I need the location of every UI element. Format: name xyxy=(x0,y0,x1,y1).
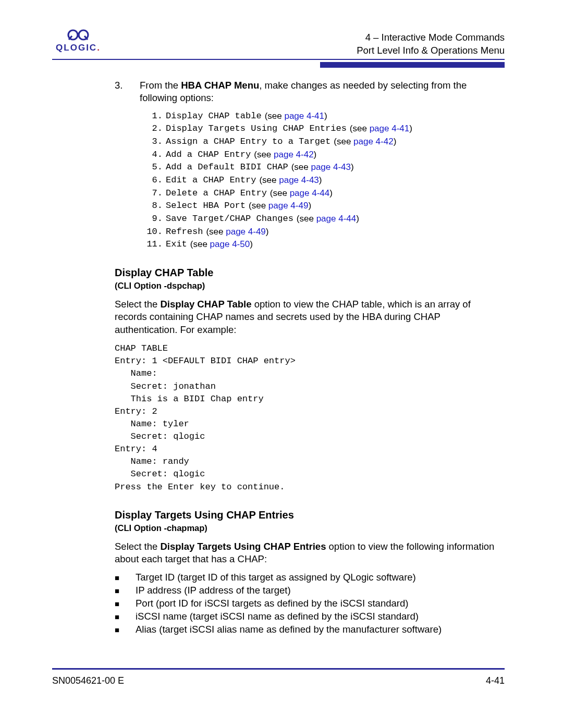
menu-item-tail: (see page 4-43) xyxy=(259,174,322,187)
menu-item-label: Add a CHAP Entry xyxy=(166,149,251,162)
page-link[interactable]: page 4-41 xyxy=(284,111,324,121)
menu-item-tail: (see page 4-43) xyxy=(291,161,354,174)
page-link[interactable]: page 4-42 xyxy=(353,137,394,146)
menu-item-number: 9. xyxy=(140,213,166,226)
footer-left: SN0054621-00 E xyxy=(52,675,124,686)
header-right: 4 – Interactive Mode Commands Port Level… xyxy=(357,31,505,57)
bullet-icon: ■ xyxy=(115,584,122,597)
page-link[interactable]: page 4-44 xyxy=(290,188,330,198)
menu-item-label: Save Target/CHAP Changes xyxy=(166,213,293,226)
bullet-text: iSCSI name (target iSCSI name as defined… xyxy=(136,610,419,623)
menu-item-label: Exit xyxy=(166,238,187,251)
hba-chap-menu-list: 1.Display CHAP table (see page 4-41) 2.D… xyxy=(140,110,505,251)
bullet-text: Alias (target iSCSI alias name as define… xyxy=(136,623,442,636)
menu-item: 1.Display CHAP table (see page 4-41) xyxy=(140,110,505,123)
footer: SN0054621-00 E 4-41 xyxy=(52,675,505,686)
end-paren: ) xyxy=(250,239,253,249)
see-text: (see xyxy=(265,111,285,121)
see-text: (see xyxy=(206,227,226,237)
menu-item-number: 10. xyxy=(140,226,166,239)
brand-logo: QLOGIC. xyxy=(52,28,104,53)
list-item: ■iSCSI name (target iSCSI name as define… xyxy=(115,610,505,623)
bullet-icon: ■ xyxy=(115,610,122,623)
see-text: (see xyxy=(190,239,210,249)
section-display-targets-subtitle: (CLI Option -chapmap) xyxy=(115,523,505,534)
bullet-text: Port (port ID for iSCSI targets as defin… xyxy=(136,597,408,610)
page-link[interactable]: page 4-50 xyxy=(210,239,250,249)
menu-item: 2.Display Targets Using CHAP Entries (se… xyxy=(140,122,505,135)
see-text: (see xyxy=(334,137,353,146)
end-paren: ) xyxy=(329,188,333,198)
step-number: 3. xyxy=(115,79,127,251)
page-link[interactable]: page 4-44 xyxy=(316,214,357,224)
section-display-chap-table-title: Display CHAP Table xyxy=(115,266,505,279)
sec2-bold: Display Targets Using CHAP Entries xyxy=(160,541,326,552)
end-paren: ) xyxy=(409,124,412,133)
see-text: (see xyxy=(291,162,311,172)
menu-item-number: 11. xyxy=(140,238,166,251)
see-text: (see xyxy=(249,201,268,211)
menu-item-number: 5. xyxy=(140,161,166,174)
section-display-targets-para: Select the Display Targets Using CHAP En… xyxy=(115,540,505,566)
bullet-icon: ■ xyxy=(115,571,122,584)
step-3: 3. From the HBA CHAP Menu, make changes … xyxy=(115,79,505,251)
logo-text: QLOGIC xyxy=(56,43,97,53)
end-paren: ) xyxy=(351,162,354,172)
see-text: (see xyxy=(350,124,370,133)
bullet-text: IP address (IP address of the target) xyxy=(136,584,291,597)
menu-item-number: 7. xyxy=(140,187,166,200)
list-item: ■Port (port ID for iSCSI targets as defi… xyxy=(115,597,505,610)
page-link[interactable]: page 4-43 xyxy=(279,175,319,185)
menu-item-number: 4. xyxy=(140,149,166,162)
menu-item-label: Delete a CHAP Entry xyxy=(166,187,267,200)
sec1-pre: Select the xyxy=(115,299,160,310)
menu-item-label: Display Targets Using CHAP Entries xyxy=(166,122,347,135)
menu-item-number: 6. xyxy=(140,174,166,187)
menu-item-tail: (see page 4-42) xyxy=(334,135,396,149)
menu-item-number: 8. xyxy=(140,200,166,213)
bullet-icon: ■ xyxy=(115,597,122,610)
list-item: ■Alias (target iSCSI alias name as defin… xyxy=(115,623,505,636)
menu-item-tail: (see page 4-41) xyxy=(265,110,327,123)
header-line-2: Port Level Info & Operations Menu xyxy=(357,44,505,57)
list-item: ■Target ID (target ID of this target as … xyxy=(115,571,505,584)
list-item: ■IP address (IP address of the target) xyxy=(115,584,505,597)
bullet-icon: ■ xyxy=(115,623,122,636)
header-line-1: 4 – Interactive Mode Commands xyxy=(357,31,505,44)
menu-item-tail: (see page 4-50) xyxy=(190,238,253,251)
bullet-text: Target ID (target ID of this target as a… xyxy=(136,571,416,584)
end-paren: ) xyxy=(394,137,397,146)
menu-item-number: 2. xyxy=(140,122,166,135)
section-display-targets-title: Display Targets Using CHAP Entries xyxy=(115,508,505,522)
menu-item-number: 1. xyxy=(140,110,166,123)
menu-item-tail: (see page 4-49) xyxy=(249,200,311,213)
end-paren: ) xyxy=(308,201,311,211)
section-display-chap-table-subtitle: (CLI Option -dspchap) xyxy=(115,280,505,292)
menu-item-tail: (see page 4-42) xyxy=(254,149,316,162)
menu-item-label: Display CHAP table xyxy=(166,110,262,123)
step3-bold: HBA CHAP Menu xyxy=(181,80,259,91)
menu-item: 7.Delete a CHAP Entry (see page 4-44) xyxy=(140,187,505,200)
menu-item: 3.Assign a CHAP Entry to a Target (see p… xyxy=(140,135,505,149)
page-link[interactable]: page 4-42 xyxy=(274,150,314,159)
menu-item: 6.Edit a CHAP Entry (see page 4-43) xyxy=(140,174,505,187)
target-info-bullets: ■Target ID (target ID of this target as … xyxy=(115,571,505,636)
see-text: (see xyxy=(254,150,274,159)
menu-item-label: Add a Default BIDI CHAP xyxy=(166,161,288,174)
section-display-chap-table-para: Select the Display CHAP Table option to … xyxy=(115,298,505,336)
menu-item: 10.Refresh (see page 4-49) xyxy=(140,226,505,239)
page-link[interactable]: page 4-49 xyxy=(226,227,266,237)
page-link[interactable]: page 4-43 xyxy=(311,162,351,172)
menu-item-tail: (see page 4-44) xyxy=(270,187,333,200)
menu-item-tail: (see page 4-44) xyxy=(297,213,359,226)
menu-item: 5.Add a Default BIDI CHAP (see page 4-43… xyxy=(140,161,505,174)
footer-right: 4-41 xyxy=(486,675,505,686)
page-link[interactable]: page 4-41 xyxy=(370,124,410,133)
page-link[interactable]: page 4-49 xyxy=(268,201,309,211)
menu-item-label: Select HBA Port xyxy=(166,200,246,213)
end-paren: ) xyxy=(319,175,322,185)
see-text: (see xyxy=(297,214,316,224)
menu-item-label: Assign a CHAP Entry to a Target xyxy=(166,135,331,149)
menu-item-label: Refresh xyxy=(166,226,203,239)
sec2-pre: Select the xyxy=(115,541,160,552)
